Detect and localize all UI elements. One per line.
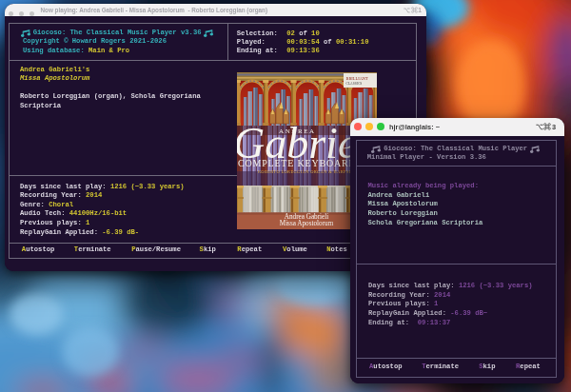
svg-text:BRILLIANT: BRILLIANT (346, 76, 368, 81)
svg-text:Missa Apostolorum: Missa Apostolorum (280, 220, 334, 227)
svg-text:CLASSICS: CLASSICS (346, 82, 363, 86)
